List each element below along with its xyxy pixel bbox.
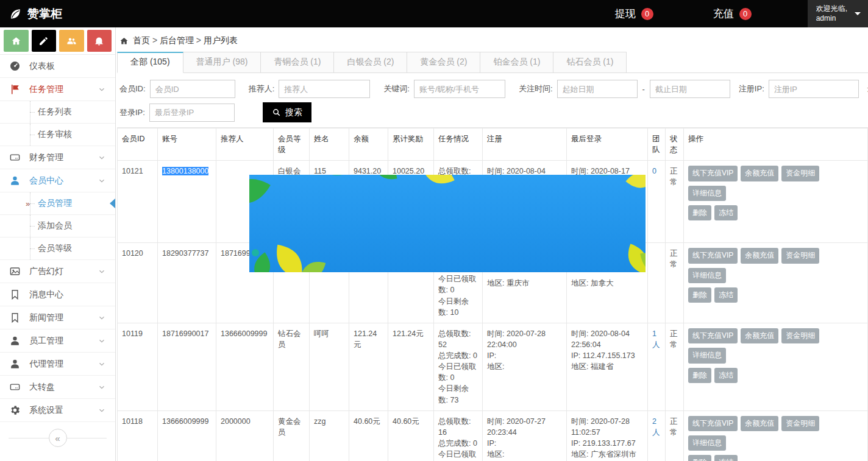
breadcrumb-item[interactable]: 用户列表 xyxy=(204,35,238,45)
fund-detail-button[interactable]: 资金明细 xyxy=(781,328,819,343)
team-link[interactable]: 0 xyxy=(652,167,656,175)
freeze-button[interactable]: 冻结 xyxy=(714,205,738,220)
detail-info-button[interactable]: 详细信息 xyxy=(688,348,726,363)
chevron-down-icon xyxy=(98,360,106,368)
tab-1[interactable]: 普通用户 (98) xyxy=(183,52,261,73)
offline-vip-recharge-button[interactable]: 线下充值VIP xyxy=(688,166,738,181)
start-date-input[interactable] xyxy=(557,80,638,98)
sidebar-item-13[interactable]: 代理管理 xyxy=(0,353,115,376)
offline-vip-recharge-button[interactable]: 线下充值VIP xyxy=(688,248,738,263)
sidebar-item-5[interactable]: 会员中心 xyxy=(0,169,115,192)
sidebar-item-3[interactable]: 任务审核 xyxy=(0,124,115,146)
balance-recharge-button[interactable]: 余额充值 xyxy=(741,328,778,343)
recharge-link[interactable]: 充值 0 xyxy=(713,7,752,21)
tab-2[interactable]: 青铜会员 (1) xyxy=(261,52,334,73)
delete-button[interactable]: 删除 xyxy=(688,455,711,461)
account-cell: 18290377737 xyxy=(158,243,216,323)
detail-info-button[interactable]: 详细信息 xyxy=(688,268,726,283)
breadcrumb-item[interactable]: 后台管理 xyxy=(160,35,194,45)
withdraw-link[interactable]: 提现 0 xyxy=(615,7,653,21)
fund-detail-button[interactable]: 资金明细 xyxy=(781,248,819,263)
balance-recharge-button[interactable]: 余额充值 xyxy=(741,248,778,263)
quick-notifications-button[interactable] xyxy=(87,30,112,52)
keyword-input[interactable] xyxy=(414,80,505,98)
fund-detail-button[interactable]: 资金明细 xyxy=(781,416,819,431)
users-icon xyxy=(66,36,77,46)
detail-info-button[interactable]: 详细信息 xyxy=(688,435,726,451)
delete-button[interactable]: 删除 xyxy=(688,287,711,303)
referrer-input[interactable] xyxy=(279,80,370,98)
search-button[interactable]: 搜索 xyxy=(263,102,311,122)
offline-vip-recharge-button[interactable]: 线下充值VIP xyxy=(688,328,738,343)
bookmark-icon xyxy=(9,312,21,323)
member-id-input[interactable] xyxy=(150,80,235,98)
sidebar-item-8[interactable]: 会员等级 xyxy=(0,238,115,260)
freeze-button[interactable]: 冻结 xyxy=(714,287,738,303)
delete-button[interactable]: 删除 xyxy=(688,368,711,383)
freeze-button[interactable]: 冻结 xyxy=(714,455,738,461)
sidebar-item-label: 会员等级 xyxy=(38,243,72,254)
sidebar-item-4[interactable]: 财务管理 xyxy=(0,146,115,169)
tab-4[interactable]: 黄金会员 (2) xyxy=(407,52,480,73)
sidebar-item-15[interactable]: 系统设置 xyxy=(0,399,115,422)
tab-3[interactable]: 白银会员 (2) xyxy=(334,52,407,73)
tab-6[interactable]: 钻石会员 (1) xyxy=(553,52,627,73)
drive-icon xyxy=(9,152,21,163)
breadcrumb-item[interactable]: 首页 xyxy=(133,35,150,45)
freeze-button[interactable]: 冻结 xyxy=(714,368,738,383)
sidebar-menu: 仪表板 任务管理 任务列表 任务审核 财务管理 会员中心 » 会员管理 添加会员… xyxy=(0,54,115,422)
table-header-row: 会员ID账号推荐人会员等级姓名余额累计奖励任务情况注册最后登录团队状态操作 xyxy=(118,128,868,161)
chevron-down-icon xyxy=(98,337,106,345)
chevron-down-icon xyxy=(98,267,106,276)
tab-0[interactable]: 全部 (105) xyxy=(117,52,183,73)
referrer-label: 推荐人: xyxy=(249,83,275,94)
main-content: 首页 > 后台管理 > 用户列表 全部 (105)普通用户 (98)青铜会员 (… xyxy=(116,27,868,461)
login-ip-label: 登录IP: xyxy=(119,107,145,118)
column-header: 姓名 xyxy=(310,128,349,161)
sidebar-collapse-button[interactable]: « xyxy=(49,429,67,447)
sidebar-item-12[interactable]: 员工管理 xyxy=(0,329,115,353)
sidebar-item-10[interactable]: 消息中心 xyxy=(0,283,115,306)
team-cell xyxy=(648,243,666,323)
sidebar-item-14[interactable]: 大转盘 xyxy=(0,376,115,399)
breadcrumb: 首页 > 后台管理 > 用户列表 xyxy=(117,35,868,46)
sidebar-item-7[interactable]: 添加会员 xyxy=(0,215,115,238)
quick-edit-button[interactable] xyxy=(32,30,57,52)
sidebar-item-11[interactable]: 新闻管理 xyxy=(0,306,115,329)
quick-members-button[interactable] xyxy=(59,30,84,52)
last-login-cell: 时间: 2020-07-28 11:02:57IP: 219.133.177.6… xyxy=(567,410,648,461)
cell-line: IP: 219.133.177.67 xyxy=(571,438,643,449)
sidebar-item-1[interactable]: 任务管理 xyxy=(0,78,115,101)
register-cell: 时间: 2020-07-27 20:23:44IP:地区: xyxy=(483,410,567,461)
offline-vip-recharge-button[interactable]: 线下充值VIP xyxy=(688,416,738,431)
column-header: 累计奖励 xyxy=(388,128,434,161)
team-cell: 2 人 xyxy=(648,410,666,461)
cell-line: 地区: 加拿大 xyxy=(571,278,643,289)
sidebar-item-9[interactable]: 广告幻灯 xyxy=(0,260,115,283)
team-link[interactable]: 2 人 xyxy=(652,417,660,437)
end-date-input[interactable] xyxy=(650,80,730,98)
sidebar-item-label: 任务管理 xyxy=(29,84,63,95)
quick-home-button[interactable] xyxy=(4,30,29,52)
reward-cell: 40.60元 xyxy=(388,410,434,461)
tab-5[interactable]: 铂金会员 (1) xyxy=(480,52,553,73)
sidebar-item-label: 会员中心 xyxy=(29,175,63,186)
balance-recharge-button[interactable]: 余额充值 xyxy=(741,416,778,431)
user-icon xyxy=(9,335,21,347)
image-icon xyxy=(9,266,21,277)
column-header: 团队 xyxy=(648,128,666,161)
team-link[interactable]: 1 人 xyxy=(652,329,660,349)
fund-detail-button[interactable]: 资金明细 xyxy=(781,166,819,181)
balance-recharge-button[interactable]: 余额充值 xyxy=(741,166,778,181)
login-ip-input[interactable] xyxy=(149,104,235,122)
user-menu[interactable]: 欢迎光临, admin xyxy=(808,0,868,27)
delete-button[interactable]: 删除 xyxy=(688,205,711,220)
sidebar-item-0[interactable]: 仪表板 xyxy=(0,55,115,78)
detail-info-button[interactable]: 详细信息 xyxy=(688,186,726,201)
register-ip-input[interactable] xyxy=(769,80,859,98)
column-header: 任务情况 xyxy=(434,128,483,161)
active-arrow-icon: » xyxy=(26,199,30,208)
bell-icon xyxy=(94,36,104,46)
sidebar-item-6[interactable]: » 会员管理 xyxy=(0,192,115,215)
sidebar-item-2[interactable]: 任务列表 xyxy=(0,101,115,124)
